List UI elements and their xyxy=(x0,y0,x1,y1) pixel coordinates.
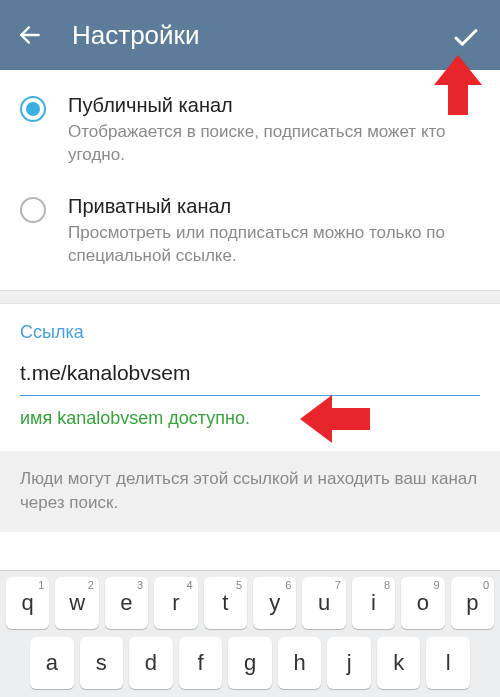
keyboard-row-1: q1w2e3r4t5y6u7i8o9p0 xyxy=(3,577,497,629)
keyboard-row-2: asdfghjkl xyxy=(3,637,497,689)
svg-marker-1 xyxy=(434,55,482,115)
private-channel-label: Приватный канал xyxy=(68,195,480,218)
link-input[interactable] xyxy=(20,343,480,396)
svg-marker-2 xyxy=(300,395,370,443)
keyboard-key-r[interactable]: r4 xyxy=(154,577,197,629)
keyboard-key-s[interactable]: s xyxy=(80,637,124,689)
keyboard-key-d[interactable]: d xyxy=(129,637,173,689)
keyboard-key-a[interactable]: a xyxy=(30,637,74,689)
keyboard-key-j[interactable]: j xyxy=(327,637,371,689)
key-hint: 1 xyxy=(38,579,44,591)
channel-type-group: Публичный канал Отображается в поиске, п… xyxy=(0,70,500,290)
page-title: Настройки xyxy=(72,20,200,51)
key-hint: 2 xyxy=(88,579,94,591)
keyboard-key-u[interactable]: u7 xyxy=(302,577,345,629)
key-hint: 8 xyxy=(384,579,390,591)
key-hint: 4 xyxy=(186,579,192,591)
keyboard-key-e[interactable]: e3 xyxy=(105,577,148,629)
radio-text: Публичный канал Отображается в поиске, п… xyxy=(68,94,480,167)
public-channel-desc: Отображается в поиске, подписаться может… xyxy=(68,121,480,167)
annotation-arrow-icon xyxy=(432,55,484,123)
key-hint: 0 xyxy=(483,579,489,591)
radio-text: Приватный канал Просмотреть или подписат… xyxy=(68,195,480,268)
radio-selected-icon xyxy=(20,96,46,122)
annotation-arrow-icon xyxy=(300,392,372,450)
section-divider xyxy=(0,290,500,304)
private-channel-desc: Просмотреть или подписаться можно только… xyxy=(68,222,480,268)
link-section-title: Ссылка xyxy=(20,322,480,343)
radio-unselected-icon xyxy=(20,197,46,223)
help-section: Люди могут делиться этой ссылкой и наход… xyxy=(0,451,500,533)
link-section: Ссылка имя kanalobvsem доступно. xyxy=(0,304,500,435)
virtual-keyboard: q1w2e3r4t5y6u7i8o9p0 asdfghjkl xyxy=(0,570,500,697)
keyboard-key-q[interactable]: q1 xyxy=(6,577,49,629)
keyboard-key-h[interactable]: h xyxy=(278,637,322,689)
keyboard-key-y[interactable]: y6 xyxy=(253,577,296,629)
app-header: Настройки xyxy=(0,0,500,70)
public-channel-label: Публичный канал xyxy=(68,94,480,117)
content-area: Публичный канал Отображается в поиске, п… xyxy=(0,70,500,532)
keyboard-key-g[interactable]: g xyxy=(228,637,272,689)
confirm-check-icon[interactable] xyxy=(450,22,482,54)
keyboard-key-t[interactable]: t5 xyxy=(204,577,247,629)
keyboard-key-f[interactable]: f xyxy=(179,637,223,689)
back-arrow-icon[interactable] xyxy=(16,21,44,49)
key-hint: 6 xyxy=(285,579,291,591)
keyboard-key-l[interactable]: l xyxy=(426,637,470,689)
keyboard-key-i[interactable]: i8 xyxy=(352,577,395,629)
keyboard-key-p[interactable]: p0 xyxy=(451,577,494,629)
public-channel-option[interactable]: Публичный канал Отображается в поиске, п… xyxy=(20,84,480,185)
link-status-text: имя kanalobvsem доступно. xyxy=(20,408,480,429)
private-channel-option[interactable]: Приватный канал Просмотреть или подписат… xyxy=(20,185,480,286)
key-hint: 7 xyxy=(335,579,341,591)
keyboard-key-o[interactable]: o9 xyxy=(401,577,444,629)
key-hint: 3 xyxy=(137,579,143,591)
help-text: Люди могут делиться этой ссылкой и наход… xyxy=(20,467,480,515)
key-hint: 5 xyxy=(236,579,242,591)
keyboard-key-w[interactable]: w2 xyxy=(55,577,98,629)
keyboard-key-k[interactable]: k xyxy=(377,637,421,689)
key-hint: 9 xyxy=(434,579,440,591)
